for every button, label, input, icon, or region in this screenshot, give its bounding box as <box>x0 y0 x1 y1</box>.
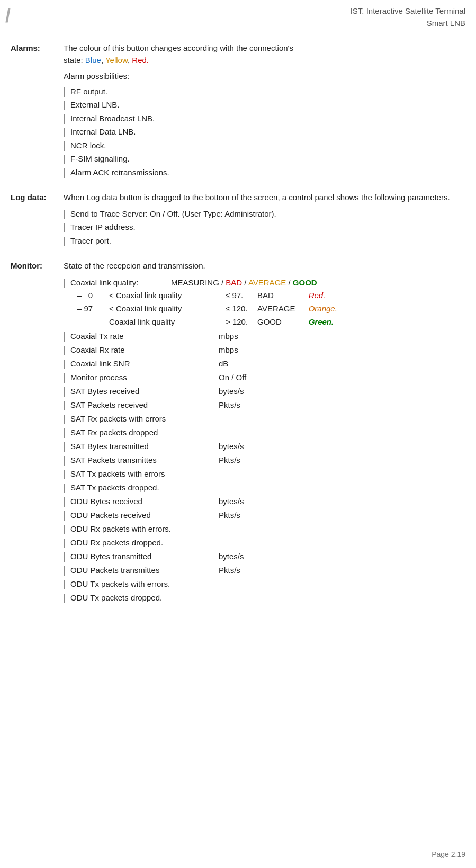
coax-col4: GOOD <box>257 316 300 328</box>
monitor-bar <box>64 497 65 507</box>
monitor-list-item: SAT Bytes transmitted bytes/s <box>64 440 460 453</box>
logdata-list-item: Tracer port. <box>64 235 460 247</box>
monitor-list-item: SAT Packets transmittes Pkts/s <box>64 454 460 467</box>
monitor-item-label: SAT Bytes received <box>70 385 219 398</box>
monitor-item-label: ODU Tx packets dropped. <box>70 592 219 604</box>
monitor-item-label: SAT Rx packets with errors <box>70 413 219 425</box>
monitor-list-item: SAT Bytes received bytes/s <box>64 385 460 398</box>
alarm-list-text: NCR lock. <box>70 140 106 152</box>
logdata-list-text: Tracer port. <box>70 235 111 247</box>
header-line2: Smart LNB <box>351 17 465 30</box>
coaxial-sub-row: – 97 < Coaxial link quality ≤ 120. AVERA… <box>77 302 337 315</box>
monitor-list-item: ODU Rx packets dropped. <box>64 536 460 549</box>
list-bar <box>64 128 65 137</box>
monitor-list-item: ODU Tx packets with errors. <box>64 578 460 590</box>
header-title: IST. Interactive Satellite Terminal Smar… <box>351 5 465 29</box>
monitor-list-item: Coaxial Rx rate mbps <box>64 344 460 356</box>
monitor-bar <box>64 594 65 603</box>
logdata-list-item: Send to Trace Server: On / Off. (User Ty… <box>64 208 460 220</box>
monitor-list-item: SAT Tx packets dropped. <box>64 481 460 494</box>
monitor-list-item: ODU Rx packets with errors. <box>64 523 460 535</box>
monitor-list-item: ODU Bytes received bytes/s <box>64 495 460 508</box>
alarm-list-text: F-SIM signalling. <box>70 153 130 165</box>
monitor-item-unit: bytes/s <box>219 550 244 563</box>
monitor-item-label: Coaxial Rx rate <box>70 344 219 356</box>
logdata-section: Log data: When Log data button is dragge… <box>11 192 460 248</box>
alarm-list-item: RF output. <box>64 86 460 98</box>
monitor-bar <box>64 346 65 355</box>
monitor-item-unit: Pkts/s <box>219 564 240 577</box>
monitor-list-item: ODU Packets transmittes Pkts/s <box>64 564 460 577</box>
monitor-bar <box>64 415 65 424</box>
coaxial-slash3: / <box>286 278 293 287</box>
monitor-bar <box>64 442 65 452</box>
coax-col1: – 0 <box>77 289 109 302</box>
monitor-bar <box>64 373 65 383</box>
monitor-item-label: ODU Rx packets with errors. <box>70 523 219 535</box>
coax-col3: ≤ 97. <box>226 289 257 302</box>
monitor-list-item: ODU Tx packets dropped. <box>64 592 460 604</box>
coaxial-quality-values: MEASURING / BAD / AVERAGE / GOOD <box>171 276 317 289</box>
monitor-items-list: Coaxial Tx rate mbps Coaxial Rx rate mbp… <box>64 330 460 604</box>
alarm-list-item: Internal Broadcast LNB. <box>64 113 460 125</box>
monitor-coaxial-quality-content: Coaxial link quality: MEASURING / BAD / … <box>70 276 337 329</box>
coaxial-good: GOOD <box>293 278 317 287</box>
alarm-list-text: Internal Data LNB. <box>70 126 136 138</box>
alarm-list-text: Alarm ACK retransmissions. <box>70 167 169 179</box>
coaxial-sub-row: – 0 < Coaxial link quality ≤ 97. BAD Red… <box>77 289 337 302</box>
monitor-coaxial-quality-item: Coaxial link quality: MEASURING / BAD / … <box>64 276 460 329</box>
alarms-yellow: Yellow <box>105 56 128 65</box>
monitor-item-unit: Pkts/s <box>219 509 240 522</box>
alarm-list-item: F-SIM signalling. <box>64 153 460 165</box>
alarms-body: The colour of this button changes accord… <box>64 42 460 180</box>
logdata-list: Send to Trace Server: On / Off. (User Ty… <box>64 208 460 247</box>
alarms-label: Alarms: <box>11 42 64 180</box>
alarm-list-text: Internal Broadcast LNB. <box>70 113 155 125</box>
coaxial-quality-label: Coaxial link quality: <box>70 276 171 289</box>
monitor-item-label: ODU Bytes received <box>70 495 219 508</box>
monitor-item-unit: bytes/s <box>219 440 244 453</box>
alarm-list-text: RF output. <box>70 86 107 98</box>
monitor-item-label: Monitor process <box>70 371 219 384</box>
monitor-bar <box>64 360 65 369</box>
monitor-bar <box>64 566 65 576</box>
alarms-state-prefix: state: <box>64 56 85 65</box>
coax-col1: – <box>77 316 109 328</box>
alarms-intro-line1: The colour of this button changes accord… <box>64 43 293 52</box>
alarm-list-item: External LNB. <box>64 99 460 111</box>
monitor-list-item: ODU Packets received Pkts/s <box>64 509 460 522</box>
list-bar <box>64 210 65 219</box>
monitor-bar <box>64 525 65 534</box>
coax-col1: – 97 <box>77 302 109 315</box>
monitor-bar <box>64 552 65 562</box>
list-bar <box>64 237 65 246</box>
alarms-blue: Blue <box>85 56 101 65</box>
monitor-bar <box>64 332 65 342</box>
monitor-bar <box>64 428 65 438</box>
coax-col3: ≤ 120. <box>226 302 257 315</box>
list-bar <box>64 223 65 232</box>
monitor-body: State of the recepcion and transmission.… <box>64 260 460 605</box>
logdata-list-item: Tracer IP address. <box>64 221 460 234</box>
coax-col5: Green. <box>300 316 334 328</box>
alarms-section: Alarms: The colour of this button change… <box>11 42 460 180</box>
monitor-bar <box>64 470 65 479</box>
list-bar <box>64 155 65 164</box>
alarms-comma1: , <box>101 56 105 65</box>
monitor-intro: State of the recepcion and transmission. <box>64 260 460 272</box>
coaxial-average: AVERAGE <box>248 278 286 287</box>
monitor-item-label: SAT Packets transmittes <box>70 454 219 467</box>
monitor-bar <box>64 387 65 397</box>
coax-col5: Red. <box>300 289 325 302</box>
alarm-list-item: Internal Data LNB. <box>64 126 460 138</box>
monitor-item-unit: Pkts/s <box>219 454 240 467</box>
coaxial-slash1: / <box>219 278 226 287</box>
coaxial-bad: BAD <box>226 278 242 287</box>
header-line1: IST. Interactive Satellite Terminal <box>351 5 465 17</box>
coaxial-measuring: MEASURING <box>171 278 219 287</box>
alarm-list-text: External LNB. <box>70 99 120 111</box>
monitor-item-unit: bytes/s <box>219 495 244 508</box>
monitor-bar <box>64 401 65 410</box>
alarms-list: RF output.External LNB.Internal Broadcas… <box>64 86 460 179</box>
monitor-item-label: Coaxial link SNR <box>70 357 219 370</box>
